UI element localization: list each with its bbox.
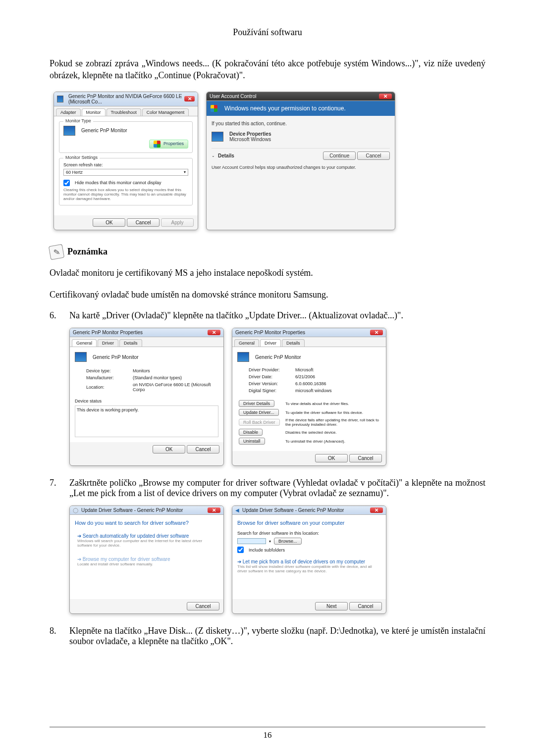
tab-driver[interactable]: Driver: [98, 339, 118, 347]
include-subfolders-label: Include subfolders: [249, 548, 285, 553]
provider-label: Driver Provider:: [248, 367, 294, 373]
shield-icon: [211, 105, 217, 112]
window-title: Generic PnP Monitor and NVIDIA GeForce 6…: [68, 94, 185, 104]
device-status-text: This device is working properly.: [75, 405, 218, 437]
devtype-value: Monitors: [132, 368, 217, 374]
step-text: Zaškrtněte políčko „Browse my computer f…: [69, 478, 485, 499]
breadcrumb: Update Driver Software - Generic PnP Mon…: [242, 507, 344, 513]
window-title: Generic PnP Monitor Properties: [235, 330, 305, 335]
tab-color-management[interactable]: Color Management: [142, 108, 189, 116]
uac-subtext: If you started this action, continue.: [212, 121, 390, 126]
device-name: Generic PnP Monitor: [255, 354, 301, 360]
close-icon[interactable]: ✕: [208, 507, 220, 513]
close-icon[interactable]: ✕: [208, 330, 220, 335]
location-label: Search for driver software in this locat…: [237, 531, 381, 536]
monitor-icon: [237, 352, 249, 362]
apply-button[interactable]: Apply: [161, 218, 194, 227]
ok-button[interactable]: OK: [93, 218, 125, 227]
refresh-rate-dropdown[interactable]: 60 Hertz▾: [63, 169, 188, 176]
driver-details-desc: To view details about the driver files.: [285, 400, 380, 407]
disable-desc: Disables the selected device.: [285, 428, 380, 436]
date-label: Driver Date:: [248, 374, 294, 380]
cancel-button[interactable]: Cancel: [349, 602, 382, 610]
manufacturer-label: Manufacturer:: [86, 375, 131, 381]
device-status-legend: Device status: [75, 399, 218, 403]
window-title: Generic PnP Monitor Properties: [73, 330, 143, 335]
ok-button[interactable]: OK: [315, 454, 348, 462]
step-8: 8. Klepněte na tlačítko „Have Disk... (Z…: [50, 626, 485, 647]
rollback-driver-desc: If the device fails after updating the d…: [285, 417, 380, 427]
uninstall-button[interactable]: Uninstall: [239, 438, 265, 445]
close-icon[interactable]: ✕: [379, 94, 392, 99]
window-icon: [57, 96, 63, 102]
driver-details-button[interactable]: Driver Details: [239, 400, 274, 407]
note-label: Poznámka: [67, 247, 107, 257]
cancel-button[interactable]: Cancel: [357, 151, 390, 160]
browse-button[interactable]: Browse...: [274, 538, 302, 545]
include-subfolders-checkbox[interactable]: [237, 547, 244, 553]
details-toggle[interactable]: Details: [218, 153, 234, 158]
tab-adapter[interactable]: Adapter: [56, 108, 81, 116]
wizard-heading: Browse for driver software on your compu…: [237, 520, 381, 526]
location-label: Location:: [86, 382, 131, 393]
monitor-icon: [75, 352, 87, 362]
signer-label: Digital Signer:: [248, 388, 294, 394]
ok-button[interactable]: OK: [153, 445, 185, 454]
location-value: on NVIDIA GeForce 6600 LE (Microsoft Cor…: [132, 382, 217, 393]
monitor-icon: [212, 132, 223, 142]
note-paragraph-1: Ovladač monitoru je certifikovaný MS a j…: [50, 267, 485, 279]
properties-button[interactable]: Properties: [149, 140, 188, 149]
tab-details[interactable]: Details: [119, 339, 142, 347]
tab-driver[interactable]: Driver: [260, 339, 281, 347]
tab-general[interactable]: General: [234, 339, 259, 347]
monitor-type-legend: Monitor Type: [63, 118, 93, 123]
hide-modes-checkbox[interactable]: [63, 180, 70, 186]
tab-troubleshoot[interactable]: Troubleshoot: [107, 108, 141, 116]
note-block: ✎ Poznámka: [50, 245, 485, 259]
tab-general[interactable]: General: [72, 339, 97, 347]
step-7: 7. Zaškrtněte políčko „Browse my compute…: [50, 478, 485, 499]
update-driver-button[interactable]: Update Driver...: [239, 409, 279, 416]
cancel-button[interactable]: Cancel: [127, 218, 160, 227]
date-value: 6/21/2006: [295, 374, 332, 380]
close-icon[interactable]: ✕: [184, 96, 195, 101]
step-6: 6. Na kartě „Driver (Ovladač)" klepněte …: [50, 310, 485, 321]
version-label: Driver Version:: [248, 381, 294, 387]
disable-button[interactable]: Disable: [239, 429, 263, 436]
pick-from-list-option[interactable]: ➔ Let me pick from a list of device driv…: [237, 559, 381, 564]
uac-headline: Windows needs your permission to contion…: [224, 105, 346, 112]
back-icon[interactable]: ◯: [73, 507, 78, 513]
cancel-button[interactable]: Cancel: [187, 602, 219, 610]
close-icon[interactable]: ✕: [370, 507, 383, 513]
cancel-button[interactable]: Cancel: [187, 445, 219, 454]
monitor-settings-legend: Monitor Settings: [63, 155, 100, 160]
uac-item-publisher: Microsoft Windows: [229, 137, 271, 142]
next-button[interactable]: Next: [315, 602, 348, 610]
rollback-driver-button[interactable]: Roll Back Driver: [239, 419, 280, 426]
tab-details[interactable]: Details: [282, 339, 305, 347]
search-auto-option[interactable]: ➔ Search automatically for updated drive…: [77, 533, 216, 539]
step-text: Na kartě „Driver (Ovladač)" klepněte na …: [69, 310, 485, 321]
location-input[interactable]: [237, 538, 266, 544]
tab-monitor[interactable]: Monitor: [82, 108, 106, 116]
step-text: Klepněte na tlačítko „Have Disk... (Z di…: [69, 626, 485, 647]
close-icon[interactable]: ✕: [370, 330, 383, 335]
hide-modes-desc: Clearing this check box allows you to se…: [63, 188, 188, 201]
page-header: Používání softwaru: [50, 27, 485, 38]
wizard-heading: How do you want to search for driver sof…: [75, 520, 218, 526]
shield-icon: [154, 141, 160, 148]
monitor-settings-dialog: Generic PnP Monitor and NVIDIA GeForce 6…: [54, 92, 198, 230]
hide-modes-label: Hide modes that this monitor cannot disp…: [75, 180, 161, 185]
properties-driver-dialog: Generic PnP Monitor Properties ✕ General…: [232, 328, 386, 466]
refresh-rate-label: Screen refresh rate:: [63, 162, 188, 167]
screenshot-row-3: ◯ Update Driver Software - Generic PnP M…: [69, 505, 485, 614]
breadcrumb: Update Driver Software - Generic PnP Mon…: [81, 507, 183, 513]
monitor-icon: [63, 126, 75, 136]
intro-paragraph: Pokud se zobrazí zpráva „Windows needs..…: [50, 57, 485, 82]
note-paragraph-2: Certifikovaný ovladač bude umístěn na do…: [50, 289, 485, 301]
cancel-button[interactable]: Cancel: [349, 454, 382, 462]
back-icon[interactable]: ◀: [235, 507, 239, 513]
browse-computer-option[interactable]: ➔ Browse my computer for driver software: [77, 556, 216, 562]
uac-footer: User Account Control helps stop unauthor…: [212, 165, 390, 170]
continue-button[interactable]: Continue: [323, 151, 356, 160]
